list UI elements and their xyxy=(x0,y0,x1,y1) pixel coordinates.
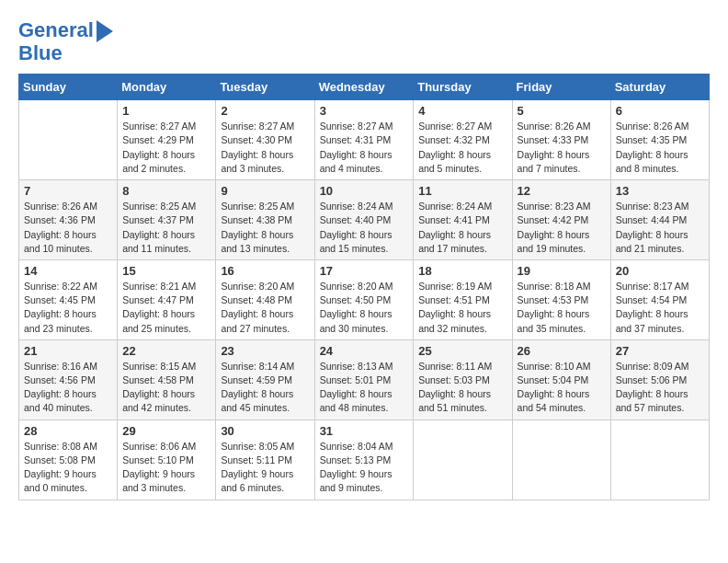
day-number: 14 xyxy=(24,264,112,278)
calendar-cell xyxy=(414,419,512,500)
day-info: Sunrise: 8:23 AM Sunset: 4:44 PM Dayligh… xyxy=(616,200,704,256)
day-info: Sunrise: 8:10 AM Sunset: 5:04 PM Dayligh… xyxy=(518,360,606,416)
calendar-cell: 19Sunrise: 8:18 AM Sunset: 4:53 PM Dayli… xyxy=(512,259,610,339)
day-info: Sunrise: 8:24 AM Sunset: 4:40 PM Dayligh… xyxy=(320,200,409,256)
day-info: Sunrise: 8:27 AM Sunset: 4:31 PM Dayligh… xyxy=(320,120,409,176)
day-info: Sunrise: 8:23 AM Sunset: 4:42 PM Dayligh… xyxy=(518,200,606,256)
calendar-cell: 18Sunrise: 8:19 AM Sunset: 4:51 PM Dayli… xyxy=(414,259,512,339)
calendar-cell: 2Sunrise: 8:27 AM Sunset: 4:30 PM Daylig… xyxy=(216,100,314,180)
day-number: 9 xyxy=(221,184,309,198)
week-row-1: 1Sunrise: 8:27 AM Sunset: 4:29 PM Daylig… xyxy=(19,100,710,180)
day-number: 21 xyxy=(24,344,112,358)
day-info: Sunrise: 8:19 AM Sunset: 4:51 PM Dayligh… xyxy=(418,280,506,336)
day-number: 12 xyxy=(518,184,606,198)
day-number: 8 xyxy=(122,184,210,198)
day-info: Sunrise: 8:27 AM Sunset: 4:30 PM Dayligh… xyxy=(221,120,309,176)
day-info: Sunrise: 8:21 AM Sunset: 4:47 PM Dayligh… xyxy=(122,280,210,336)
calendar-cell: 31Sunrise: 8:04 AM Sunset: 5:13 PM Dayli… xyxy=(314,419,414,500)
calendar-cell: 21Sunrise: 8:16 AM Sunset: 4:56 PM Dayli… xyxy=(19,339,118,419)
week-row-2: 7Sunrise: 8:26 AM Sunset: 4:36 PM Daylig… xyxy=(19,180,710,260)
day-info: Sunrise: 8:14 AM Sunset: 4:59 PM Dayligh… xyxy=(221,360,309,416)
day-number: 10 xyxy=(320,184,409,198)
week-row-4: 21Sunrise: 8:16 AM Sunset: 4:56 PM Dayli… xyxy=(19,339,710,419)
day-number: 30 xyxy=(221,424,309,438)
calendar-cell: 7Sunrise: 8:26 AM Sunset: 4:36 PM Daylig… xyxy=(19,180,118,260)
logo-blue-text: Blue xyxy=(18,42,63,64)
day-number: 6 xyxy=(616,104,704,118)
page-header: General Blue xyxy=(18,18,710,64)
calendar-cell: 1Sunrise: 8:27 AM Sunset: 4:29 PM Daylig… xyxy=(118,100,216,180)
calendar-cell: 24Sunrise: 8:13 AM Sunset: 5:01 PM Dayli… xyxy=(314,339,414,419)
calendar-cell: 5Sunrise: 8:26 AM Sunset: 4:33 PM Daylig… xyxy=(512,100,610,180)
day-number: 3 xyxy=(320,104,409,118)
day-number: 7 xyxy=(24,184,112,198)
day-info: Sunrise: 8:27 AM Sunset: 4:32 PM Dayligh… xyxy=(418,120,506,176)
day-info: Sunrise: 8:20 AM Sunset: 4:48 PM Dayligh… xyxy=(221,280,309,336)
weekday-header-wednesday: Wednesday xyxy=(314,75,414,100)
day-info: Sunrise: 8:18 AM Sunset: 4:53 PM Dayligh… xyxy=(518,280,606,336)
weekday-header-row: SundayMondayTuesdayWednesdayThursdayFrid… xyxy=(19,75,710,100)
day-number: 26 xyxy=(518,344,606,358)
calendar-cell: 3Sunrise: 8:27 AM Sunset: 4:31 PM Daylig… xyxy=(314,100,414,180)
day-number: 22 xyxy=(122,344,210,358)
day-info: Sunrise: 8:16 AM Sunset: 4:56 PM Dayligh… xyxy=(24,360,112,416)
day-info: Sunrise: 8:06 AM Sunset: 5:10 PM Dayligh… xyxy=(122,440,210,496)
calendar-cell: 26Sunrise: 8:10 AM Sunset: 5:04 PM Dayli… xyxy=(512,339,610,419)
calendar-cell: 25Sunrise: 8:11 AM Sunset: 5:03 PM Dayli… xyxy=(414,339,512,419)
day-info: Sunrise: 8:15 AM Sunset: 4:58 PM Dayligh… xyxy=(122,360,210,416)
calendar-table: SundayMondayTuesdayWednesdayThursdayFrid… xyxy=(18,74,710,500)
day-number: 2 xyxy=(221,104,309,118)
day-number: 15 xyxy=(122,264,210,278)
day-info: Sunrise: 8:13 AM Sunset: 5:01 PM Dayligh… xyxy=(320,360,409,416)
day-info: Sunrise: 8:22 AM Sunset: 4:45 PM Dayligh… xyxy=(24,280,112,336)
week-row-5: 28Sunrise: 8:08 AM Sunset: 5:08 PM Dayli… xyxy=(19,419,710,500)
calendar-cell: 22Sunrise: 8:15 AM Sunset: 4:58 PM Dayli… xyxy=(118,339,216,419)
calendar-cell: 12Sunrise: 8:23 AM Sunset: 4:42 PM Dayli… xyxy=(512,180,610,260)
day-number: 17 xyxy=(320,264,409,278)
calendar-cell: 30Sunrise: 8:05 AM Sunset: 5:11 PM Dayli… xyxy=(216,419,314,500)
day-info: Sunrise: 8:25 AM Sunset: 4:38 PM Dayligh… xyxy=(221,200,309,256)
weekday-header-thursday: Thursday xyxy=(414,75,512,100)
day-info: Sunrise: 8:05 AM Sunset: 5:11 PM Dayligh… xyxy=(221,440,309,496)
day-info: Sunrise: 8:26 AM Sunset: 4:36 PM Dayligh… xyxy=(24,200,112,256)
calendar-cell: 28Sunrise: 8:08 AM Sunset: 5:08 PM Dayli… xyxy=(19,419,118,500)
week-row-3: 14Sunrise: 8:22 AM Sunset: 4:45 PM Dayli… xyxy=(19,259,710,339)
day-number: 25 xyxy=(418,344,506,358)
day-info: Sunrise: 8:26 AM Sunset: 4:35 PM Dayligh… xyxy=(616,120,704,176)
day-info: Sunrise: 8:09 AM Sunset: 5:06 PM Dayligh… xyxy=(616,360,704,416)
day-number: 27 xyxy=(616,344,704,358)
day-number: 31 xyxy=(320,424,409,438)
day-info: Sunrise: 8:24 AM Sunset: 4:41 PM Dayligh… xyxy=(418,200,506,256)
day-number: 18 xyxy=(418,264,506,278)
weekday-header-friday: Friday xyxy=(512,75,610,100)
calendar-cell: 15Sunrise: 8:21 AM Sunset: 4:47 PM Dayli… xyxy=(118,259,216,339)
calendar-cell: 20Sunrise: 8:17 AM Sunset: 4:54 PM Dayli… xyxy=(610,259,709,339)
day-number: 29 xyxy=(122,424,210,438)
day-number: 13 xyxy=(616,184,704,198)
day-info: Sunrise: 8:25 AM Sunset: 4:37 PM Dayligh… xyxy=(122,200,210,256)
day-number: 20 xyxy=(616,264,704,278)
day-number: 24 xyxy=(320,344,409,358)
day-number: 1 xyxy=(122,104,210,118)
day-info: Sunrise: 8:17 AM Sunset: 4:54 PM Dayligh… xyxy=(616,280,704,336)
day-number: 4 xyxy=(418,104,506,118)
calendar-cell: 9Sunrise: 8:25 AM Sunset: 4:38 PM Daylig… xyxy=(216,180,314,260)
day-number: 19 xyxy=(518,264,606,278)
calendar-cell: 13Sunrise: 8:23 AM Sunset: 4:44 PM Dayli… xyxy=(610,180,709,260)
calendar-cell: 17Sunrise: 8:20 AM Sunset: 4:50 PM Dayli… xyxy=(314,259,414,339)
calendar-cell: 6Sunrise: 8:26 AM Sunset: 4:35 PM Daylig… xyxy=(610,100,709,180)
weekday-header-monday: Monday xyxy=(118,75,216,100)
logo-arrow-icon xyxy=(97,20,113,42)
calendar-cell: 16Sunrise: 8:20 AM Sunset: 4:48 PM Dayli… xyxy=(216,259,314,339)
calendar-cell xyxy=(512,419,610,500)
calendar-cell: 4Sunrise: 8:27 AM Sunset: 4:32 PM Daylig… xyxy=(414,100,512,180)
day-info: Sunrise: 8:04 AM Sunset: 5:13 PM Dayligh… xyxy=(320,440,409,496)
logo-text: General xyxy=(18,19,94,41)
logo: General Blue xyxy=(18,18,113,64)
weekday-header-sunday: Sunday xyxy=(19,75,118,100)
day-info: Sunrise: 8:08 AM Sunset: 5:08 PM Dayligh… xyxy=(24,440,112,496)
calendar-cell: 14Sunrise: 8:22 AM Sunset: 4:45 PM Dayli… xyxy=(19,259,118,339)
day-info: Sunrise: 8:26 AM Sunset: 4:33 PM Dayligh… xyxy=(518,120,606,176)
calendar-cell: 10Sunrise: 8:24 AM Sunset: 4:40 PM Dayli… xyxy=(314,180,414,260)
weekday-header-saturday: Saturday xyxy=(610,75,709,100)
